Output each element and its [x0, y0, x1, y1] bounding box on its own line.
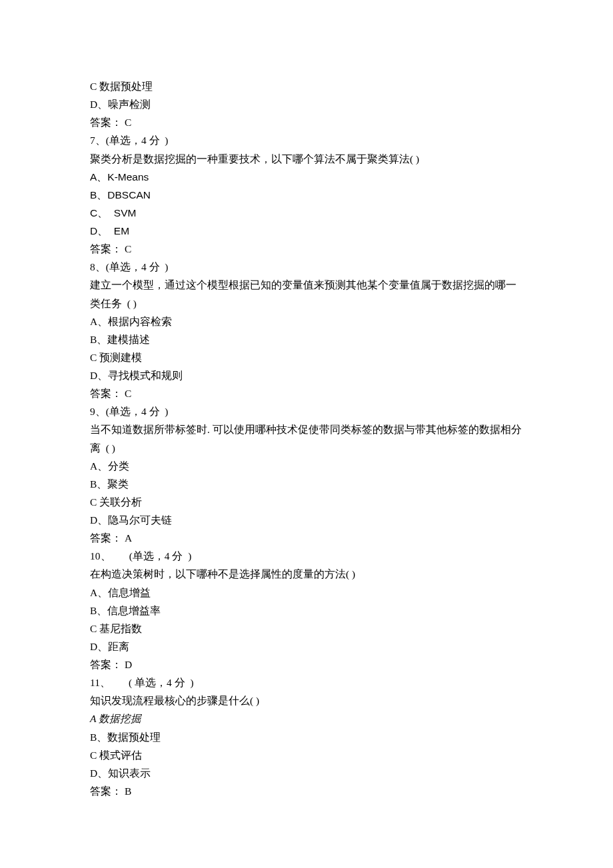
option-a: A、根据内容检索: [90, 312, 523, 330]
answer-line: 答案： C: [90, 240, 523, 258]
question-header: 7、(单选，4 分 ): [90, 131, 523, 149]
option-c: C 基尼指数: [90, 620, 523, 638]
question-header: 10、 (单选，4 分 ): [90, 547, 523, 565]
option-b: B、DBSCAN: [90, 186, 523, 204]
answer-line: 答案： A: [90, 529, 523, 547]
question-text: 离 ( ): [90, 439, 523, 457]
document-page: C 数据预处理 D、噪声检测 答案： C 7、(单选，4 分 ) 聚类分析是数据…: [0, 0, 613, 840]
question-text: 知识发现流程最核心的步骤是什么( ): [90, 691, 523, 709]
answer-line: 答案： C: [90, 384, 523, 402]
option-d: D、距离: [90, 638, 523, 655]
option-b: B、聚类: [90, 475, 523, 493]
option-a: A、分类: [90, 457, 523, 475]
text-line: D、噪声检测: [90, 95, 523, 113]
option-d: D、隐马尔可夫链: [90, 511, 523, 529]
answer-line: 答案： B: [90, 782, 523, 800]
question-text: 在构造决策树时，以下哪种不是选择属性的度量的方法( ): [90, 565, 523, 583]
option-c: C 预测建模: [90, 348, 523, 366]
question-text: 类任务 ( ): [90, 294, 523, 312]
option-d: D、 EM: [90, 222, 523, 240]
question-text: 当不知道数据所带标签时. 可以使用哪种技术促使带同类标签的数据与带其他标签的数据…: [90, 420, 523, 438]
option-a: A、信息增益: [90, 584, 523, 602]
answer-line: 答案： C: [90, 113, 523, 131]
option-b: B、信息增益率: [90, 602, 523, 620]
question-header: 8、(单选，4 分 ): [90, 258, 523, 276]
question-text: 建立一个模型，通过这个模型根据已知的变量值来预测其他某个变量值属于数据挖掘的哪一: [90, 276, 523, 294]
option-d: D、知识表示: [90, 764, 523, 782]
option-c: C、 SVM: [90, 204, 523, 222]
option-c: C 关联分析: [90, 493, 523, 511]
option-a: A 数据挖掘: [90, 709, 523, 727]
option-a: A、K-Means: [90, 168, 523, 186]
option-b: B、建模描述: [90, 330, 523, 348]
option-d: D、寻找模式和规则: [90, 366, 523, 384]
question-header: 9、(单选，4 分 ): [90, 402, 523, 420]
text-line: C 数据预处理: [90, 77, 523, 95]
question-header: 11、 ( 单选，4 分 ): [90, 673, 523, 691]
option-c: C 模式评估: [90, 746, 523, 764]
answer-line: 答案： D: [90, 655, 523, 673]
option-b: B、数据预处理: [90, 728, 523, 746]
question-text: 聚类分析是数据挖掘的一种重要技术，以下哪个算法不属于聚类算法( ): [90, 150, 523, 168]
